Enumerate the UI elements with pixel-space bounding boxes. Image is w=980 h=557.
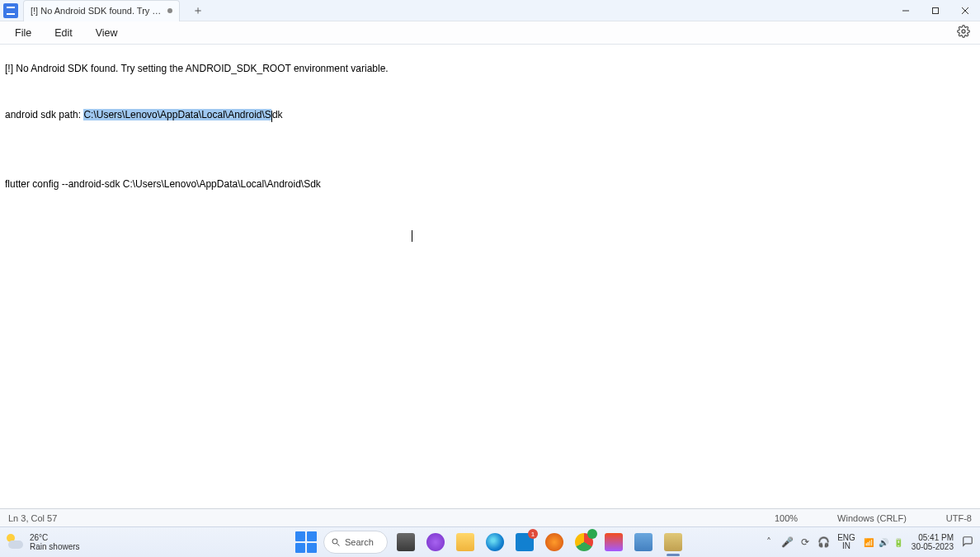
store-badge: 1: [528, 529, 538, 539]
window-controls: [891, 0, 980, 21]
cursor-position[interactable]: Ln 3, Col 57: [8, 513, 57, 523]
text-caret-icon: [271, 111, 272, 122]
zoom-level[interactable]: 100%: [775, 513, 798, 523]
maximize-icon: [931, 7, 940, 15]
encoding-mode[interactable]: UTF-8: [946, 513, 972, 523]
time-text: 05:41 PM: [918, 533, 954, 542]
text-editor[interactable]: [!] No Android SDK found. Try setting th…: [0, 45, 980, 508]
close-button[interactable]: [950, 0, 980, 21]
taskbar-calculator-icon[interactable]: [632, 531, 655, 554]
minimize-icon: [902, 7, 910, 15]
taskbar-search[interactable]: Search: [323, 531, 388, 554]
title-bar-left: [!] No Android SDK found. Try setti ＋: [0, 0, 208, 21]
tray-overflow[interactable]: ˄ 🎤 ⟳ 🎧: [763, 536, 829, 548]
editor-line: flutter config --android-sdk C:\Users\Le…: [5, 178, 975, 190]
taskbar-edge-icon[interactable]: [483, 531, 506, 554]
network-volume-battery[interactable]: 📶 🔊 🔋: [864, 538, 903, 547]
editor-line: [5, 155, 975, 167]
weather-desc: Rain showers: [30, 542, 80, 551]
taskbar-firefox-icon[interactable]: [543, 531, 566, 554]
menu-view[interactable]: View: [84, 24, 130, 42]
editor-line: [5, 132, 975, 144]
tray-mic-icon[interactable]: 🎤: [781, 536, 793, 548]
menu-bar-right: [957, 25, 977, 41]
maximize-button[interactable]: [921, 0, 950, 21]
chrome-badge-icon: [587, 529, 597, 539]
text-selection: C:\Users\Lenovo\AppData\Local\Android\S: [83, 109, 271, 120]
taskbar-chrome-icon[interactable]: [572, 531, 596, 554]
line-ending-mode[interactable]: Windows (CRLF): [837, 513, 907, 523]
lang-bottom: IN: [842, 542, 850, 550]
weather-temp: 26°C: [30, 533, 80, 542]
system-tray: ˄ 🎤 ⟳ 🎧 ENG IN 📶 🔊 🔋 05:41 PM 30-05-2023: [763, 533, 975, 551]
taskbar-file-explorer-icon[interactable]: [454, 531, 477, 554]
document-tab[interactable]: [!] No Android SDK found. Try setti: [23, 0, 180, 21]
svg-rect-1: [933, 7, 939, 13]
status-bar: Ln 3, Col 57 100% Windows (CRLF) UTF-8: [0, 508, 980, 526]
notepad-app-icon: [3, 3, 18, 18]
tray-sync-icon[interactable]: ⟳: [799, 536, 811, 548]
weather-widget[interactable]: 26°C Rain showers: [5, 532, 80, 552]
svg-point-5: [332, 539, 337, 544]
menu-edit[interactable]: Edit: [43, 24, 84, 42]
search-placeholder: Search: [345, 537, 374, 547]
start-button[interactable]: [295, 531, 317, 553]
tab-title: [!] No Android SDK found. Try setti: [31, 6, 163, 16]
editor-line: [!] No Android SDK found. Try setting th…: [5, 63, 975, 74]
date-text: 30-05-2023: [912, 542, 954, 551]
tab-modified-dot-icon: [167, 8, 172, 13]
weather-text: 26°C Rain showers: [30, 533, 80, 551]
taskbar-store-icon[interactable]: 1: [513, 531, 536, 554]
clock[interactable]: 05:41 PM 30-05-2023: [912, 533, 954, 551]
minimize-button[interactable]: [891, 0, 921, 21]
editor-line: [5, 86, 975, 97]
settings-gear-icon[interactable]: [957, 25, 970, 38]
search-icon: [331, 537, 341, 547]
title-bar: [!] No Android SDK found. Try setti ＋: [0, 0, 980, 21]
battery-icon: 🔋: [893, 538, 903, 547]
taskbar-figma-icon[interactable]: [602, 531, 625, 554]
tray-headset-icon[interactable]: 🎧: [817, 536, 829, 548]
language-indicator[interactable]: ENG IN: [837, 534, 855, 550]
taskbar-center: Search 1: [295, 531, 685, 554]
task-view-button[interactable]: [394, 531, 417, 554]
menu-file[interactable]: File: [3, 24, 43, 42]
tray-chevron-up-icon[interactable]: ˄: [763, 536, 775, 548]
volume-icon: 🔊: [879, 538, 888, 547]
svg-point-4: [962, 30, 965, 33]
new-tab-button[interactable]: ＋: [188, 1, 208, 21]
taskbar-chat-icon[interactable]: [424, 531, 447, 554]
notification-center-icon[interactable]: [962, 536, 975, 549]
secondary-caret-icon: [412, 230, 412, 242]
menu-bar: File Edit View: [0, 21, 980, 45]
wifi-icon: 📶: [864, 538, 874, 547]
editor-line: android sdk path: C:\Users\Lenovo\AppDat…: [5, 109, 975, 120]
taskbar: 26°C Rain showers Search 1 ˄ 🎤: [0, 526, 980, 557]
svg-line-6: [337, 544, 340, 546]
weather-rain-icon: [5, 532, 25, 552]
taskbar-notepad-icon[interactable]: [662, 531, 685, 554]
close-icon: [961, 7, 969, 15]
